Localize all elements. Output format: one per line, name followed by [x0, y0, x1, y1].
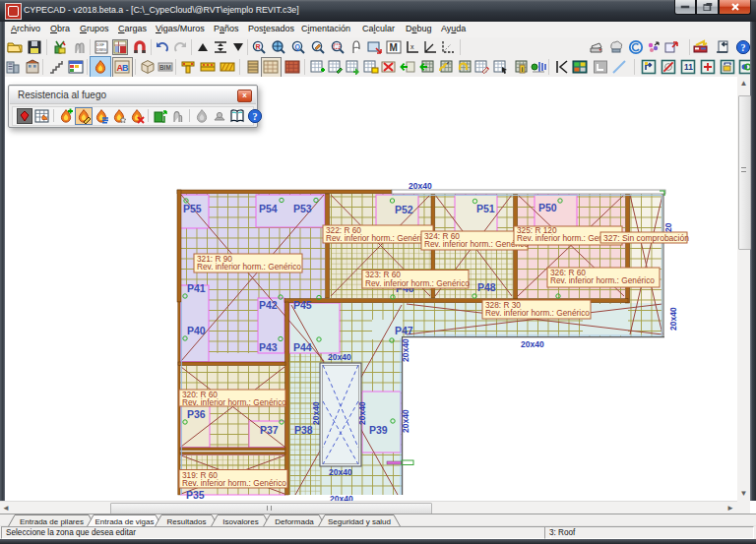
- svg-text:Deformada: Deformada: [275, 517, 314, 526]
- svg-text:Rev. inferior horm.: Genérico: Rev. inferior horm.: Genérico: [550, 275, 655, 285]
- svg-text:Isovalores: Isovalores: [222, 517, 258, 526]
- svg-text:P44: P44: [293, 341, 312, 353]
- svg-text:Rev. inferior horm.: Genérico: Rev. inferior horm.: Genérico: [182, 397, 286, 407]
- svg-text:DWG: DWG: [96, 47, 106, 52]
- svg-text:P51: P51: [476, 203, 495, 214]
- svg-text:Q: Q: [294, 43, 300, 51]
- svg-text:Entrada de pilares: Entrada de pilares: [20, 517, 84, 526]
- svg-text:M: M: [390, 42, 398, 53]
- svg-text:B: B: [122, 63, 129, 73]
- svg-text:R: R: [256, 43, 261, 50]
- svg-text:P36: P36: [187, 408, 206, 420]
- svg-text:Entrada de vigas: Entrada de vigas: [94, 517, 154, 526]
- svg-text:Rev. inferior horm.: Genérico: Rev. inferior horm.: Genérico: [197, 262, 301, 272]
- svg-text:P50: P50: [538, 202, 557, 213]
- svg-text:20x40: 20x40: [668, 307, 678, 331]
- svg-text:i: i: [521, 66, 523, 73]
- svg-text:Rev. inferior horm.: Genérico: Rev. inferior horm.: Genérico: [326, 233, 430, 243]
- svg-text:20x40: 20x40: [401, 338, 410, 362]
- svg-text:Rev. inferior horm.: Genérico: Rev. inferior horm.: Genérico: [424, 239, 529, 249]
- svg-text:P35: P35: [186, 489, 205, 501]
- svg-text:?: ?: [740, 42, 745, 53]
- svg-text:P40: P40: [187, 325, 206, 336]
- svg-text:Rev. inferior horm.: Genérico: Rev. inferior horm.: Genérico: [365, 278, 470, 288]
- svg-text:P48: P48: [477, 281, 496, 293]
- svg-text:20x40: 20x40: [521, 339, 544, 349]
- svg-text:P37: P37: [260, 424, 279, 436]
- svg-text:?: ?: [252, 111, 257, 122]
- svg-text:P42: P42: [259, 299, 278, 311]
- svg-text:P54: P54: [259, 203, 278, 214]
- svg-text:Rev. inferior horm.: Genérico: Rev. inferior horm.: Genérico: [182, 478, 286, 488]
- svg-text:20x40: 20x40: [311, 401, 321, 425]
- svg-text:P55: P55: [183, 203, 202, 214]
- svg-text:20x40: 20x40: [409, 181, 432, 191]
- svg-text:Rev. inferior horm.: Genérico: Rev. inferior horm.: Genérico: [485, 308, 590, 318]
- svg-text:20: 20: [663, 222, 673, 232]
- svg-text:Resultados: Resultados: [166, 517, 206, 526]
- svg-text:P39: P39: [369, 424, 388, 436]
- svg-text:x: x: [410, 43, 414, 50]
- svg-text:P53: P53: [293, 203, 312, 214]
- svg-text:P43: P43: [259, 341, 278, 353]
- svg-text:P41: P41: [187, 282, 206, 294]
- svg-text:20x40: 20x40: [330, 494, 353, 501]
- svg-text:11: 11: [684, 62, 693, 72]
- svg-text:P52: P52: [395, 204, 413, 215]
- svg-text:20x40: 20x40: [329, 467, 352, 477]
- svg-text:20x40: 20x40: [401, 409, 410, 433]
- svg-text:P47: P47: [395, 325, 413, 336]
- svg-text:P45: P45: [293, 299, 312, 311]
- svg-text:20x40: 20x40: [328, 352, 351, 362]
- svg-text:BIM: BIM: [159, 64, 171, 71]
- svg-text:327: Sin comprobación: 327: Sin comprobación: [603, 233, 689, 243]
- svg-text:20x40: 20x40: [357, 401, 367, 425]
- svg-text:Seguridad y salud: Seguridad y salud: [328, 517, 391, 526]
